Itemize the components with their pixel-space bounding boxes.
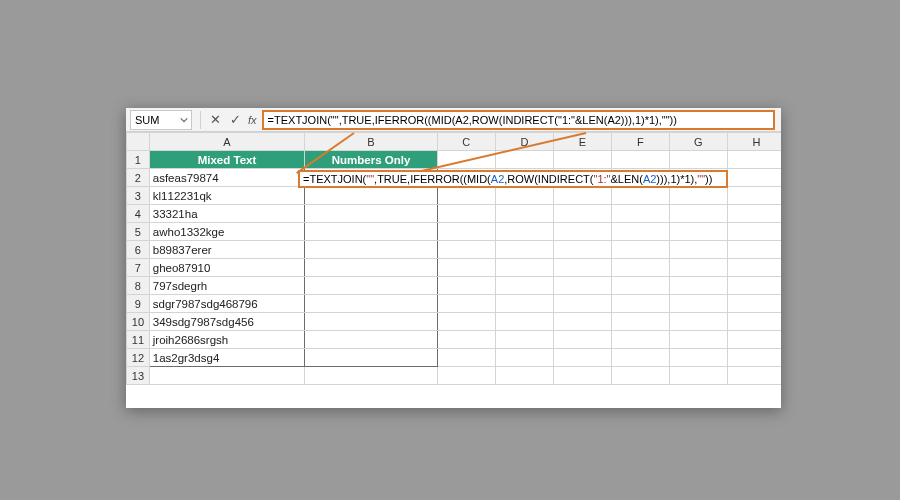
cell-B9[interactable]: [305, 295, 438, 313]
col-header-E[interactable]: E: [553, 133, 611, 151]
cell-F3[interactable]: [611, 187, 669, 205]
cell-B10[interactable]: [305, 313, 438, 331]
cancel-formula-button[interactable]: ✕: [205, 110, 225, 130]
cell-A7[interactable]: gheo87910: [149, 259, 304, 277]
cell-B13[interactable]: [305, 367, 438, 385]
cell-H13[interactable]: [727, 367, 781, 385]
cell-D5[interactable]: [495, 223, 553, 241]
cell-F13[interactable]: [611, 367, 669, 385]
cell-F11[interactable]: [611, 331, 669, 349]
cell-E6[interactable]: [553, 241, 611, 259]
cell-G13[interactable]: [669, 367, 727, 385]
cell-G9[interactable]: [669, 295, 727, 313]
row-header-12[interactable]: 12: [127, 349, 150, 367]
cell-F12[interactable]: [611, 349, 669, 367]
cell-D4[interactable]: [495, 205, 553, 223]
cell-D7[interactable]: [495, 259, 553, 277]
cell-C9[interactable]: [437, 295, 495, 313]
cell-B4[interactable]: [305, 205, 438, 223]
cell-B5[interactable]: [305, 223, 438, 241]
cell-D10[interactable]: [495, 313, 553, 331]
row-header-4[interactable]: 4: [127, 205, 150, 223]
enter-formula-button[interactable]: ✓: [225, 110, 245, 130]
cell-C13[interactable]: [437, 367, 495, 385]
cell-G1[interactable]: [669, 151, 727, 169]
cell-D11[interactable]: [495, 331, 553, 349]
cell-C6[interactable]: [437, 241, 495, 259]
cell-H1[interactable]: [727, 151, 781, 169]
cell-E11[interactable]: [553, 331, 611, 349]
cell-E9[interactable]: [553, 295, 611, 313]
col-header-G[interactable]: G: [669, 133, 727, 151]
cell-A5[interactable]: awho1332kge: [149, 223, 304, 241]
cell-A12[interactable]: 1as2gr3dsg4: [149, 349, 304, 367]
cell-A11[interactable]: jroih2686srgsh: [149, 331, 304, 349]
col-header-B[interactable]: B: [305, 133, 438, 151]
cell-D3[interactable]: [495, 187, 553, 205]
cell-A2[interactable]: asfeas79874: [149, 169, 304, 187]
row-header-1[interactable]: 1: [127, 151, 150, 169]
cell-G3[interactable]: [669, 187, 727, 205]
cell-H5[interactable]: [727, 223, 781, 241]
cell-C7[interactable]: [437, 259, 495, 277]
cell-C11[interactable]: [437, 331, 495, 349]
cell-F4[interactable]: [611, 205, 669, 223]
cell-E7[interactable]: [553, 259, 611, 277]
cell-A10[interactable]: 349sdg7987sdg456: [149, 313, 304, 331]
cell-D1[interactable]: [495, 151, 553, 169]
cell-D6[interactable]: [495, 241, 553, 259]
cell-A1[interactable]: Mixed Text: [149, 151, 304, 169]
cell-F8[interactable]: [611, 277, 669, 295]
cell-H2[interactable]: [727, 169, 781, 187]
row-header-3[interactable]: 3: [127, 187, 150, 205]
chevron-down-icon[interactable]: [179, 115, 189, 125]
cell-H10[interactable]: [727, 313, 781, 331]
row-header-10[interactable]: 10: [127, 313, 150, 331]
row-header-11[interactable]: 11: [127, 331, 150, 349]
cell-E3[interactable]: [553, 187, 611, 205]
cell-H12[interactable]: [727, 349, 781, 367]
cell-D9[interactable]: [495, 295, 553, 313]
row-header-2[interactable]: 2: [127, 169, 150, 187]
cell-A9[interactable]: sdgr7987sdg468796: [149, 295, 304, 313]
row-header-13[interactable]: 13: [127, 367, 150, 385]
cell-B6[interactable]: [305, 241, 438, 259]
cell-B11[interactable]: [305, 331, 438, 349]
cell-G8[interactable]: [669, 277, 727, 295]
col-header-C[interactable]: C: [437, 133, 495, 151]
cell-H4[interactable]: [727, 205, 781, 223]
cell-F6[interactable]: [611, 241, 669, 259]
cell-H6[interactable]: [727, 241, 781, 259]
cell-G4[interactable]: [669, 205, 727, 223]
cell-H7[interactable]: [727, 259, 781, 277]
cell-G5[interactable]: [669, 223, 727, 241]
cell-F9[interactable]: [611, 295, 669, 313]
cell-F7[interactable]: [611, 259, 669, 277]
cell-F5[interactable]: [611, 223, 669, 241]
cell-F1[interactable]: [611, 151, 669, 169]
cell-G6[interactable]: [669, 241, 727, 259]
cell-edit-overlay[interactable]: =TEXTJOIN("",TRUE,IFERROR((MID(A2,ROW(IN…: [298, 170, 728, 188]
cell-D13[interactable]: [495, 367, 553, 385]
col-header-H[interactable]: H: [727, 133, 781, 151]
cell-D12[interactable]: [495, 349, 553, 367]
insert-function-button[interactable]: fx: [245, 114, 260, 126]
cell-E8[interactable]: [553, 277, 611, 295]
cell-E13[interactable]: [553, 367, 611, 385]
cell-G12[interactable]: [669, 349, 727, 367]
cell-G11[interactable]: [669, 331, 727, 349]
cell-E5[interactable]: [553, 223, 611, 241]
cell-H3[interactable]: [727, 187, 781, 205]
cell-H11[interactable]: [727, 331, 781, 349]
name-box[interactable]: SUM: [130, 110, 192, 130]
row-header-5[interactable]: 5: [127, 223, 150, 241]
row-header-8[interactable]: 8: [127, 277, 150, 295]
cell-B8[interactable]: [305, 277, 438, 295]
cell-C12[interactable]: [437, 349, 495, 367]
cell-E12[interactable]: [553, 349, 611, 367]
cell-C8[interactable]: [437, 277, 495, 295]
cell-F10[interactable]: [611, 313, 669, 331]
cell-C3[interactable]: [437, 187, 495, 205]
select-all-corner[interactable]: [127, 133, 150, 151]
cell-G7[interactable]: [669, 259, 727, 277]
